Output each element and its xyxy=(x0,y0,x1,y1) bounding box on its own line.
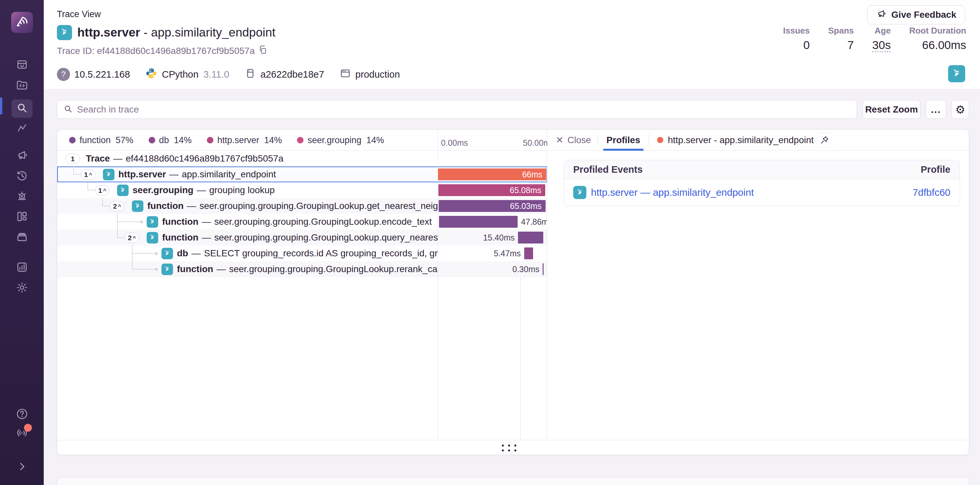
waterfall-footer xyxy=(57,440,969,455)
child-count: 1 xyxy=(71,155,75,163)
span-count-pill[interactable]: 1^ xyxy=(95,185,110,195)
tree-connector xyxy=(132,261,132,269)
span-detail-panel: ✕ Close Profiles http.server - app.simil… xyxy=(547,130,969,440)
span-count-pill[interactable]: 2^ xyxy=(125,233,139,243)
close-panel-button[interactable]: ✕ Close xyxy=(556,135,598,145)
profile-id-link[interactable]: 7dfbfc60 xyxy=(913,187,950,198)
span-description: http.server—app.similarity_endpoint xyxy=(118,166,276,182)
span-bar-cell: 65.08ms xyxy=(438,182,547,198)
span-description: seer.grouping—grouping lookup xyxy=(132,182,275,198)
stat-value: 7 xyxy=(848,38,854,52)
stat-value[interactable]: 30s xyxy=(872,38,891,52)
tab-profiles[interactable]: Profiles xyxy=(598,130,649,151)
span-count-pill[interactable]: 1^ xyxy=(81,169,95,180)
page-header: Trace View http.server - app.similarity_… xyxy=(44,0,980,89)
profiled-event-link[interactable]: http.server — app.similarity_endpoint xyxy=(573,186,754,199)
span-duration-bar[interactable] xyxy=(439,216,518,228)
tree-connector-dot xyxy=(155,252,158,255)
dash: — xyxy=(113,153,123,164)
resize-grip[interactable] xyxy=(502,445,516,451)
tree-connector xyxy=(88,182,88,190)
span-bar-cell: 0.30ms xyxy=(438,261,547,277)
span-tree-cell: 2^function—seer.grouping.grouping.Groupi… xyxy=(57,198,438,214)
span-row-db[interactable]: db—SELECT grouping_records.id AS groupin… xyxy=(57,246,547,261)
pin-button[interactable] xyxy=(817,132,832,148)
sentry-logo[interactable] xyxy=(11,12,33,33)
chevron-up-icon: ^ xyxy=(118,203,121,210)
python-platform-icon xyxy=(103,169,115,180)
sidebar-item-projects[interactable] xyxy=(11,77,33,95)
sidebar-item-stats[interactable] xyxy=(11,258,33,277)
sidebar-item-replays[interactable] xyxy=(11,167,33,185)
breadcrumb: Trace View xyxy=(57,9,101,19)
span-row-trace[interactable]: 1Trace—ef44188d60c1496a89b1767cf9b5057a xyxy=(57,151,547,166)
span-count-pill[interactable]: 2^ xyxy=(110,201,124,211)
sidebar-item-help[interactable] xyxy=(11,405,33,424)
python-platform-icon xyxy=(147,232,158,244)
trace-stats: Issues 0Spans 7Age 30sRoot Duration 66.0… xyxy=(783,26,966,52)
span-row-function[interactable]: function—seer.grouping.grouping.Grouping… xyxy=(57,214,547,230)
span-row-function[interactable]: function—seer.grouping.grouping.Grouping… xyxy=(57,261,547,277)
span-duration-label: 65.08ms xyxy=(438,182,541,198)
more-options-button[interactable]: ... xyxy=(926,100,946,119)
sidebar-item-performance[interactable] xyxy=(11,120,33,138)
span-name: ef44188d60c1496a89b1767cf9b5057a xyxy=(126,153,283,164)
user-icon: ? xyxy=(57,68,70,81)
python-platform-icon xyxy=(57,25,72,40)
python-platform-icon xyxy=(161,248,173,259)
profiled-events-table-body: http.server — app.similarity_endpoint 7d… xyxy=(564,179,959,206)
span-op: function xyxy=(147,201,183,211)
meta-text: production xyxy=(355,69,400,80)
sidebar-item-search[interactable] xyxy=(11,99,33,118)
performance-icon xyxy=(16,122,28,136)
span-duration-bar[interactable] xyxy=(542,263,544,275)
settings-gear-button[interactable]: ⚙ xyxy=(951,100,969,119)
meta-sub-text: 3.11.0 xyxy=(204,69,229,80)
search-input[interactable] xyxy=(77,104,851,115)
dash: — xyxy=(216,264,226,274)
sidebar-item-settings[interactable] xyxy=(11,279,33,297)
sidebar-item-expand[interactable] xyxy=(11,458,33,477)
bottom-drawer-edge[interactable] xyxy=(57,477,969,485)
reset-zoom-button[interactable]: Reset Zoom xyxy=(862,100,921,119)
span-duration-label: 65.03ms xyxy=(439,198,542,214)
span-bar-cell: 5.47ms xyxy=(438,246,547,261)
span-tree-cell: 1^http.server—app.similarity_endpoint xyxy=(58,166,438,182)
span-row-http-server[interactable]: 1^http.server—app.similarity_endpoint66m… xyxy=(57,166,547,182)
span-tree-cell: function—seer.grouping.grouping.Grouping… xyxy=(57,214,438,230)
sidebar-item-releases[interactable] xyxy=(11,228,33,247)
selected-span-label: http.server - app.similarity_endpoint xyxy=(668,135,814,145)
chevron-up-icon: ^ xyxy=(132,235,136,241)
sidebar-item-feedback[interactable] xyxy=(11,147,33,165)
profiled-events-table: Profiled Events Profile http.server — ap… xyxy=(564,160,960,206)
give-feedback-button[interactable]: Give Feedback xyxy=(867,5,965,24)
selected-span-crumb[interactable]: http.server - app.similarity_endpoint xyxy=(649,135,817,145)
active-tab-underline xyxy=(603,149,644,151)
projects-icon xyxy=(16,79,28,93)
tree-connector-dot xyxy=(155,268,158,271)
search-icon xyxy=(63,104,73,115)
search-bar[interactable] xyxy=(57,100,857,119)
sidebar-item-dashboards[interactable] xyxy=(11,208,33,227)
span-row-seer-grouping[interactable]: 1^seer.grouping—grouping lookup65.08ms xyxy=(57,182,547,198)
span-row-function[interactable]: 2^function—seer.grouping.grouping.Groupi… xyxy=(57,198,547,214)
span-duration-bar[interactable] xyxy=(518,231,543,244)
span-duration-bar[interactable] xyxy=(524,247,533,259)
sidebar-item-issues[interactable] xyxy=(11,56,33,74)
project-platform-icon[interactable] xyxy=(948,65,965,82)
sidebar-item-whats-new[interactable] xyxy=(11,424,33,442)
search-icon xyxy=(16,102,28,115)
span-row-function[interactable]: 2^function—seer.grouping.grouping.Groupi… xyxy=(57,230,547,246)
span-duration-label: 15.40ms xyxy=(438,230,515,246)
span-bar-cell xyxy=(438,151,547,166)
python-icon xyxy=(145,67,158,82)
span-tree-cell: 2^function—seer.grouping.grouping.Groupi… xyxy=(57,230,438,246)
stat-value: 66.00ms xyxy=(922,38,966,52)
sidebar-item-alerts[interactable] xyxy=(11,188,33,206)
copy-icon[interactable] xyxy=(258,45,268,57)
legend-dot xyxy=(207,137,213,144)
span-description: db—SELECT grouping_records.id AS groupin… xyxy=(177,246,438,261)
span-count-pill[interactable]: 1 xyxy=(65,154,80,164)
releases-icon xyxy=(16,231,28,244)
span-name: seer.grouping.grouping.GroupingLookup.ge… xyxy=(199,201,438,211)
